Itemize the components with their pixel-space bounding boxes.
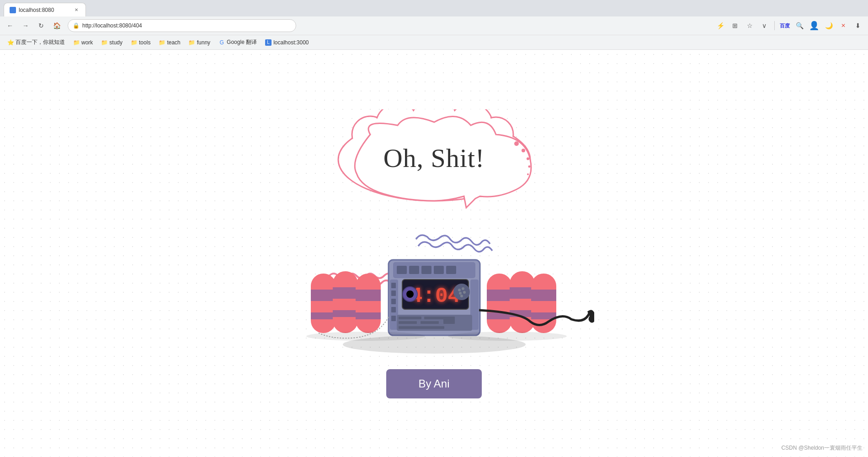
bookmark-teach-label: teach	[167, 39, 180, 46]
svg-rect-27	[356, 312, 381, 319]
speech-bubble: Oh, Shit!	[325, 109, 544, 212]
nav-chevron-button[interactable]: ∨	[758, 19, 771, 32]
svg-rect-23	[333, 287, 358, 299]
url-text: http://localhost:8080/404	[82, 22, 142, 29]
svg-rect-46	[391, 290, 396, 296]
svg-rect-21	[311, 312, 336, 319]
tools-folder-icon: 📁	[131, 39, 137, 46]
svg-rect-48	[391, 307, 396, 312]
svg-point-69	[448, 332, 567, 341]
svg-rect-22	[333, 271, 358, 333]
svg-rect-28	[487, 274, 512, 333]
tab-title: localhost:8080	[19, 7, 54, 13]
tab-bar: localhost:8080 ✕	[0, 0, 868, 16]
search-button[interactable]: 🔍	[793, 19, 806, 32]
browser-chrome: localhost:8080 ✕ ← → ↻ 🏠 🔒 http://localh…	[0, 0, 868, 50]
svg-rect-56	[399, 321, 417, 324]
svg-rect-42	[434, 266, 444, 274]
bookmark-funny-label: funny	[197, 39, 210, 46]
theme-button[interactable]: 🌙	[822, 19, 835, 32]
bookmark-study[interactable]: 📁 study	[97, 37, 126, 48]
error-scene: Oh, Shit!	[274, 109, 594, 398]
svg-rect-47	[391, 299, 396, 304]
svg-point-64	[462, 287, 464, 290]
bookmark-study-label: study	[109, 39, 122, 46]
ext-x-button[interactable]: ✕	[837, 19, 850, 32]
page-content: Oh, Shit!	[0, 50, 868, 457]
divider	[774, 21, 775, 30]
nav-extensions-button[interactable]: ⚡	[714, 19, 727, 32]
bookmark-work-label: work	[81, 39, 93, 46]
svg-rect-49	[391, 316, 396, 321]
nav-refresh-button[interactable]: ↻	[35, 19, 48, 32]
bookmark-google-translate-label: Google 翻译	[227, 38, 257, 46]
speech-bubble-text: Oh, Shit!	[383, 143, 485, 173]
bookmark-funny[interactable]: 📁 funny	[185, 37, 214, 48]
svg-point-67	[460, 295, 463, 297]
svg-text:4:04: 4:04	[410, 285, 460, 308]
svg-point-65	[459, 292, 462, 295]
svg-rect-35	[531, 290, 556, 301]
svg-point-16	[528, 165, 530, 167]
svg-rect-57	[421, 321, 439, 324]
svg-rect-20	[311, 290, 336, 301]
baidu-favicon: ⭐	[7, 39, 14, 46]
bookmark-work[interactable]: 📁 work	[69, 37, 96, 48]
svg-point-15	[527, 157, 529, 160]
study-folder-icon: 📁	[101, 39, 107, 46]
nav-back-button[interactable]: ←	[4, 19, 16, 32]
svg-rect-31	[510, 271, 535, 333]
svg-rect-39	[397, 266, 407, 274]
profile-button[interactable]: 👤	[808, 19, 820, 32]
nav-grid-button[interactable]: ⊞	[729, 19, 741, 32]
nav-forward-button[interactable]: →	[19, 19, 32, 32]
svg-rect-43	[446, 266, 456, 274]
svg-rect-59	[399, 326, 444, 329]
bookmarks-bar: ⭐ 百度一下，你就知道 📁 work 📁 study 📁 tools 📁 tea…	[0, 35, 868, 49]
work-folder-icon: 📁	[73, 39, 80, 46]
bomb-illustration: 4:04	[274, 203, 594, 360]
baidu-icon[interactable]: 百度	[778, 19, 791, 32]
bookmark-baidu[interactable]: ⭐ 百度一下，你就知道	[4, 37, 69, 48]
svg-rect-45	[391, 283, 396, 288]
bomb-svg: 4:04	[274, 203, 594, 358]
watermark: CSDN @Sheldon一寰烟雨任平生	[781, 444, 863, 452]
bookmark-tools-label: tools	[139, 39, 150, 46]
svg-point-68	[306, 332, 425, 341]
bookmark-localhost[interactable]: L localhost:3000	[261, 37, 312, 48]
localhost-icon: L	[265, 39, 272, 46]
nav-star-button[interactable]: ☆	[743, 19, 756, 32]
bookmark-tools[interactable]: 📁 tools	[127, 37, 154, 48]
download-button[interactable]: ⬇	[852, 19, 864, 32]
svg-rect-41	[421, 266, 431, 274]
svg-point-63	[458, 289, 461, 291]
nav-bar: ← → ↻ 🏠 🔒 http://localhost:8080/404 ⚡ ⊞ …	[0, 16, 868, 35]
by-ani-button[interactable]: By Ani	[386, 369, 481, 398]
svg-rect-32	[510, 287, 535, 299]
svg-rect-26	[356, 290, 381, 301]
svg-rect-19	[311, 274, 336, 333]
funny-folder-icon: 📁	[189, 39, 195, 46]
active-tab[interactable]: localhost:8080 ✕	[4, 3, 86, 16]
svg-point-13	[514, 141, 519, 146]
svg-rect-29	[487, 290, 512, 301]
svg-rect-40	[409, 266, 419, 274]
tab-close-button[interactable]: ✕	[73, 6, 80, 14]
bookmark-google-translate[interactable]: G Google 翻译	[215, 37, 261, 48]
google-translate-icon: G	[218, 39, 225, 46]
bookmark-localhost-label: localhost:3000	[273, 39, 309, 46]
svg-rect-25	[356, 274, 381, 333]
tab-favicon	[10, 7, 16, 13]
svg-point-61	[406, 290, 414, 298]
nav-home-button[interactable]: 🏠	[50, 19, 63, 32]
svg-point-17	[527, 173, 529, 175]
bookmark-baidu-label: 百度一下，你就知道	[16, 38, 65, 46]
bookmark-teach[interactable]: 📁 teach	[155, 37, 184, 48]
svg-point-62	[453, 284, 470, 300]
svg-point-14	[522, 149, 525, 152]
address-bar[interactable]: 🔒 http://localhost:8080/404	[68, 19, 296, 32]
svg-rect-24	[333, 310, 358, 317]
svg-rect-58	[443, 317, 455, 324]
svg-rect-54	[399, 317, 421, 319]
nav-right-area: ⚡ ⊞ ☆ ∨ 百度 🔍 👤 🌙 ✕ ⬇	[714, 19, 864, 32]
